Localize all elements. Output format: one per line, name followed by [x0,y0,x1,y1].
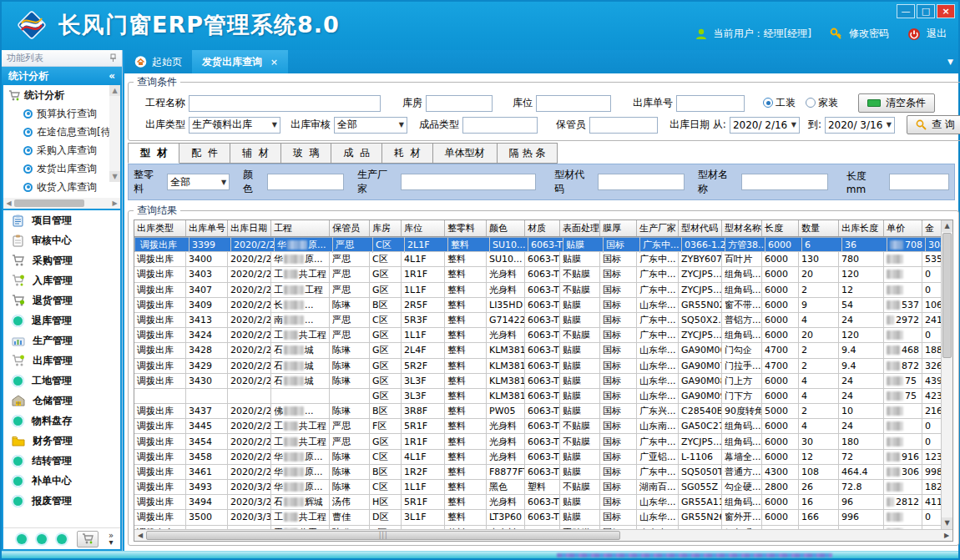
column-header-whole[interactable]: 整零料 [445,220,487,236]
color-input[interactable] [267,174,344,190]
date-to-picker[interactable]: 2020/ 3/16▼ [825,117,895,134]
material-tab-隔热条[interactable]: 隔 热 条 [498,143,558,164]
column-header-keeper[interactable]: 保管员 [330,220,370,236]
table-row[interactable]: 调拨出库34542020/2/28工共工程严思G区1R1F整料光身料6063-T… [134,434,952,449]
material-tab-耗材[interactable]: 耗 材 [382,143,433,164]
sidebar-section-statistics[interactable]: 统计分析 « [2,67,122,85]
tab-overflow-button[interactable]: ▼ [947,58,953,66]
column-header-name[interactable]: 型材名称 [722,220,762,236]
close-tab-icon[interactable]: × [270,57,278,68]
sidebar-item-结转管理[interactable]: 结转管理 [3,451,120,471]
sidebar-item-采购管理[interactable]: 采购管理 [3,250,120,270]
tree-item[interactable]: 预算执行查询 [3,104,120,123]
column-header-qty[interactable]: 数量 [799,220,839,236]
sidebar-item-入库管理[interactable]: 入库管理 [3,270,120,290]
tree-root-statistics[interactable]: 统计分析 [3,85,120,104]
table-row[interactable]: 调拨出库34032020/2/25工共工程严思G区1R1F整料光身料6063-T… [134,267,952,282]
search-button[interactable]: 查 询 [907,115,960,134]
table-row[interactable]: 调拨出库34612020/2/28华原...陈琳B区1R2F整料F8877FT6… [134,465,952,480]
vertical-scrollbar[interactable]: ▲▼ [941,220,952,529]
table-row[interactable]: 调拨出库35002020/3/3工共工程曹佳D区3L1F整料LT3P606063… [134,510,952,525]
material-tab-型材[interactable]: 型 材 [128,143,179,164]
maximize-button[interactable]: □ [917,4,935,18]
keeper-input[interactable] [589,117,658,134]
horizontal-scrollbar[interactable]: ◀ ||| ▶ [134,529,952,541]
table-row[interactable]: 调拨出库34002020/2/25华原...严思C区4L1F整料SU10...6… [134,252,952,267]
clear-conditions-button[interactable]: 清空条件 [858,93,935,113]
sidebar-item-退库管理[interactable]: 退库管理 [3,310,120,330]
profile-code-input[interactable] [598,174,685,190]
column-header-price[interactable]: 单价 [884,220,922,236]
work-outfit-radio[interactable] [763,98,773,108]
product-type-input[interactable] [462,117,538,134]
sidebar-item-出库管理[interactable]: 出库管理 [3,351,120,371]
collapse-icon[interactable]: « [109,70,115,82]
table-row[interactable]: 调拨出库34932020/3/2华原...陈琳C区1L1F整料黑色塑料不贴膜国标… [134,480,952,495]
sidebar-item-物料盘存[interactable]: 物料盘存 [3,411,120,431]
column-header-code[interactable]: 型材代码 [679,220,722,236]
menu-overflow-button[interactable]: »▾ [109,532,114,546]
cart-shortcut-button[interactable] [77,531,99,547]
material-tab-成品[interactable]: 成 品 [331,143,382,164]
change-password-link[interactable]: 修改密码 [849,27,889,41]
logout-link[interactable]: 退出 [927,27,947,41]
column-header-proj[interactable]: 工程 [271,220,330,236]
column-header-surface[interactable]: 表面处理 [560,220,600,236]
order-no-input[interactable] [676,95,745,112]
dot-icon[interactable] [17,534,27,544]
vertical-scrollbar-thumb[interactable] [942,233,952,358]
column-header-date[interactable]: 出库日期 [228,220,271,236]
column-header-outlen[interactable]: 出库长度 [839,220,884,236]
out-type-select[interactable]: 生产领料出库▼ [189,117,280,134]
table-row[interactable]: 调拨出库34072020/2/25工工程严思G区1L1F整料光身料6063-T5… [134,283,952,298]
table-row[interactable]: 调拨出库34092020/2/25长...陈琳B区2R5F整料LI35HD606… [134,298,952,313]
material-tab-辅材[interactable]: 辅 材 [230,143,281,164]
table-row[interactable]: G区3L3F整料KLM38176063-T5贴膜国标山东华...GA90M09.… [134,389,952,404]
sidebar-item-项目管理[interactable]: 项目管理 [3,210,120,230]
project-name-input[interactable] [189,95,381,112]
sidebar-item-审核中心[interactable]: 审核中心 [3,230,120,250]
tree-item[interactable]: 发货出库查询 [3,159,120,178]
table-row[interactable]: 调拨出库34302020/2/26石城陈琳G区3L3F整料KLM38176063… [134,374,952,389]
dot-icon[interactable] [37,534,47,544]
length-input[interactable] [889,174,949,190]
column-header-color[interactable]: 颜色 [487,220,525,236]
material-tab-单体型材[interactable]: 单体型材 [433,143,498,164]
table-row[interactable]: 调拨出库34942020/3/2石辉城汤伟H区5R1F整料光身料6063-T5贴… [134,495,952,510]
material-tab-配件[interactable]: 配 件 [179,143,230,164]
material-tab-玻璃[interactable]: 玻 璃 [281,143,332,164]
tree-item[interactable]: 采购入库查询 [3,141,120,159]
table-row[interactable]: 调拨出库34132020/2/26南...严思C区5R3F整料G71422606… [134,313,952,328]
tab-home[interactable]: 起始页 [124,50,192,73]
column-header-len[interactable]: 长度 [762,220,799,236]
column-header-mat[interactable]: 材质 [525,220,560,236]
sidebar-item-退货管理[interactable]: 退货管理 [3,290,120,310]
column-header-maker[interactable]: 生产厂家 [637,220,679,236]
table-row[interactable]: 调拨出库34242020/2/26工共工程严思G区1L1F整料光身料6063-T… [134,328,952,343]
warehouse-input[interactable] [426,95,493,112]
sidebar-item-仓储管理[interactable]: 仓储管理 [3,391,120,411]
sidebar-item-生产管理[interactable]: 生产管理 [3,330,120,351]
tree-item[interactable]: 在途信息查询[待 [3,123,120,141]
tree-horizontal-scrollbar[interactable]: ◀▶ [3,198,120,209]
table-row[interactable]: 调拨出库34582020/2/28华原...陈琳C区4L1F整料光身料6063-… [134,450,952,465]
table-row[interactable]: 调拨出库34372020/2/27佛...陈琳B区3R8F整料PW056063-… [134,404,952,419]
table-row[interactable]: 调拨出库33992020/2/25华原...严思C区2L1F整料SU10...6… [134,237,952,252]
location-input[interactable] [536,95,611,112]
home-outfit-radio[interactable] [806,98,816,108]
column-header-film[interactable]: 膜厚 [600,220,637,236]
table-row[interactable]: 调拨出库34292020/2/26石城陈琳G区5R2F整料KLM38176063… [134,359,952,374]
column-header-no[interactable]: 出库单号 [186,220,228,236]
dot-icon[interactable] [57,534,67,544]
minimize-button[interactable]: — [897,4,915,18]
tree-item[interactable]: 收货入库查询 [3,178,120,196]
sidebar-item-补单中心[interactable]: 补单中心 [3,471,120,491]
sidebar-item-工地管理[interactable]: 工地管理 [3,371,120,391]
sidebar-item-报废管理[interactable]: 报废管理 [3,491,120,511]
tree-vertical-scrollbar[interactable]: ▲▼ [109,85,120,182]
tab-shipping-query[interactable]: 发货出库查询 × [192,50,288,73]
audit-select[interactable]: 全部▼ [334,117,407,134]
table-row[interactable]: 调拨出库34282020/2/26石城陈琳G区2L4F整料KLM38176063… [134,343,952,358]
profile-name-input[interactable] [741,174,828,190]
whole-piece-select[interactable]: 全部▼ [167,174,230,190]
